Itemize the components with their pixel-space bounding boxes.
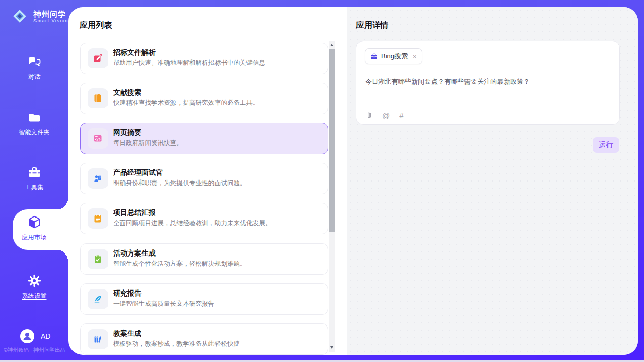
sidebar-item-label: 对话 [0, 73, 68, 81]
app-card-desc: 一键智能生成高质量长文本研究报告 [113, 300, 214, 308]
query-text-input[interactable]: 今日湖北有哪些新闻要点？有哪些需要关注的最新政策？ [365, 77, 611, 86]
app-card-event-plan[interactable]: 活动方案生成 智能生成个性化活动方案，轻松解决规划难题。 [80, 243, 328, 275]
app-card-title: 教案生成 [113, 329, 141, 338]
scrollbar-down-arrow-icon[interactable] [330, 346, 333, 349]
active-nav-curve-bottom [57, 250, 68, 261]
app-icon-box [88, 168, 108, 189]
cube-icon [27, 214, 42, 230]
sidebar-item-label: 应用市场 [0, 233, 68, 242]
app-card-title: 研究报告 [113, 289, 141, 298]
diamond-logo-icon [10, 7, 29, 26]
briefcase-icon [370, 53, 378, 60]
sidebar-item-app-market[interactable]: 应用市场 [0, 214, 68, 242]
app-icon-box [88, 208, 108, 229]
notepad-icon [93, 213, 103, 224]
sidebar-item-label: 系统设置 [0, 292, 68, 300]
app-card-title: 项目总结汇报 [113, 208, 156, 218]
brand-name: 神州问学 [33, 10, 68, 18]
chat-icon [27, 55, 42, 69]
user-avatar-icon [20, 329, 34, 343]
folder-icon [27, 111, 42, 125]
app-icon-box [88, 128, 108, 149]
book-icon [93, 93, 103, 103]
app-card-research-report[interactable]: 研究报告 一键智能生成高质量长文本研究报告 [80, 283, 328, 315]
app-detail-panel: 应用详情 Bing搜索 × 今日湖北有哪些新闻要点？有哪些需要关注的最新政策？ [347, 7, 638, 355]
sidebar-footer: ©神州数码 · 神州问学出品 [4, 347, 72, 354]
app-detail-title: 应用详情 [356, 20, 388, 31]
app-card-desc: 智能生成个性化活动方案，轻松解决规划难题。 [113, 260, 246, 268]
app-icon-box [88, 48, 108, 68]
sidebar-item-toolset[interactable]: 工具集 [0, 165, 68, 192]
clipboard-check-icon [93, 254, 103, 264]
sidebar-item-smart-folder[interactable]: 智能文件夹 [0, 111, 68, 137]
quill-icon [93, 294, 103, 304]
tool-tag-close-icon[interactable]: × [413, 53, 417, 60]
app-card-title: 招标文件解析 [113, 48, 156, 57]
toolbox-icon [27, 165, 42, 179]
app-card-desc: 帮助用户快速、准确地理解和解析招标书中的关键信息 [113, 59, 265, 67]
hash-icon[interactable]: # [399, 111, 403, 120]
scrollbar-thumb[interactable] [329, 49, 335, 232]
user-name: AD [41, 332, 50, 340]
app-list-title: 应用列表 [80, 20, 112, 31]
main-content: 应用列表 招标文件解析 帮助用户快速、准确地理解和解析招标书中的关键信息 [68, 7, 638, 355]
app-card-project-summary[interactable]: 项目总结汇报 全面回顾项目进展，总结经验教训，助力未来优化发展。 [80, 203, 328, 234]
active-nav-curve-top [57, 198, 68, 209]
app-card-pm-interviewer[interactable]: 产品经理面试官 明确身份和职责，为您提供专业性的面试问题。 [80, 163, 328, 194]
app-icon-box [88, 329, 108, 349]
app-icon-box [88, 88, 108, 108]
sidebar-item-label: 智能文件夹 [0, 128, 68, 137]
user-avatar[interactable] [20, 329, 34, 343]
app-icon-box [88, 249, 108, 269]
sidebar-item-settings[interactable]: 系统设置 [0, 274, 68, 300]
edit-square-icon [93, 53, 103, 63]
app-window: 神州问学 Smart Vision 对话 智能文件夹 工具集 [0, 0, 644, 362]
app-card-title: 产品经理面试官 [113, 168, 163, 177]
browser-code-icon [93, 133, 103, 143]
app-card-desc: 明确身份和职责，为您提供专业性的面试问题。 [113, 179, 246, 188]
app-card-lesson-plan[interactable]: 教案生成 模板驱动，教案秒成，教学准备从此轻松快捷 [80, 323, 328, 355]
prompt-editor[interactable]: Bing搜索 × 今日湖北有哪些新闻要点？有哪些需要关注的最新政策？ @ # [356, 41, 620, 125]
app-list-scrollbar[interactable] [329, 41, 335, 352]
app-icon-box [88, 289, 108, 309]
app-card-title: 文献搜索 [113, 88, 141, 97]
gear-icon [27, 274, 42, 288]
app-card-bid-doc-analysis[interactable]: 招标文件解析 帮助用户快速、准确地理解和解析招标书中的关键信息 [80, 43, 328, 74]
mention-icon[interactable]: @ [382, 111, 390, 120]
books-icon [93, 334, 103, 344]
app-card-desc: 模板驱动，教案秒成，教学准备从此轻松快捷 [113, 340, 240, 348]
scrollbar-up-arrow-icon[interactable] [330, 44, 333, 46]
brand-logo: 神州问学 Smart Vision [10, 7, 68, 26]
app-card-title: 网页摘要 [113, 128, 141, 137]
sidebar-item-label: 工具集 [0, 183, 68, 192]
app-card-desc: 快速精准查找学术资源，提高研究效率的必备工具。 [113, 99, 259, 107]
tool-tag-label: Bing搜索 [381, 52, 408, 61]
app-card-web-summary[interactable]: 网页摘要 每日政府新闻资讯快查。 [80, 123, 328, 154]
attachment-icon[interactable] [365, 111, 373, 120]
app-card-desc: 每日政府新闻资讯快查。 [113, 139, 183, 148]
app-card-literature-search[interactable]: 文献搜索 快速精准查找学术资源，提高研究效率的必备工具。 [80, 83, 328, 114]
brand-subtitle: Smart Vision [33, 18, 68, 23]
sidebar-item-chat[interactable]: 对话 [0, 55, 68, 81]
interviewer-icon [93, 173, 103, 184]
app-card-desc: 全面回顾项目进展，总结经验教训，助力未来优化发展。 [113, 219, 272, 228]
app-card-title: 活动方案生成 [113, 249, 156, 258]
run-button[interactable]: 运行 [593, 137, 619, 153]
tool-tag-bing-search[interactable]: Bing搜索 × [365, 48, 422, 64]
